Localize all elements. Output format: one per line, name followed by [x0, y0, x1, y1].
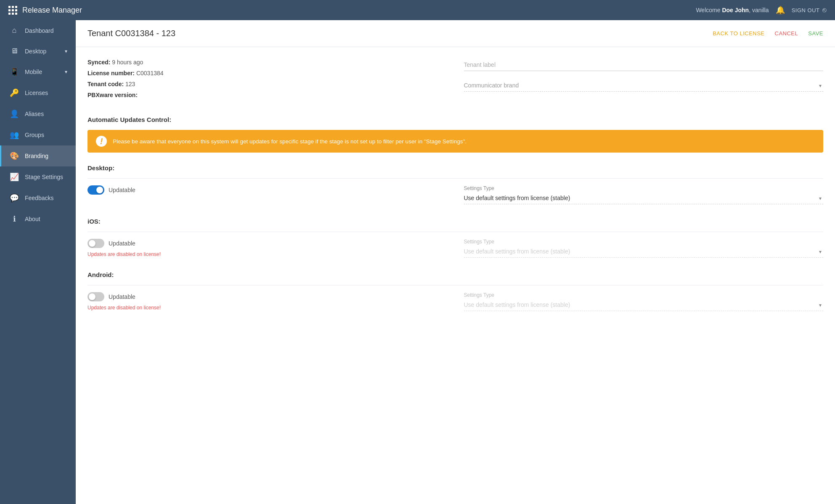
sidebar-label-mobile: Mobile	[25, 69, 59, 75]
sidebar-item-dashboard[interactable]: ⌂ Dashboard	[0, 20, 76, 41]
ios-section: iOS: Updatable Updates are disabl	[87, 218, 823, 258]
desktop-right: Settings Type Use default settings from …	[464, 185, 824, 204]
sidebar-item-stage-settings[interactable]: 📈 Stage Settings	[0, 166, 76, 187]
aliases-icon: 👤	[10, 109, 19, 119]
desktop-icon: 🖥	[10, 47, 19, 55]
sidebar-item-desktop[interactable]: 🖥 Desktop ▾	[0, 41, 76, 61]
sidebar-label-stage-settings: Stage Settings	[25, 174, 67, 180]
back-to-license-button[interactable]: BACK TO LICENSE	[713, 30, 764, 37]
pbxware-version-info: PBXware version:	[87, 92, 447, 98]
sidebar-item-branding[interactable]: 🎨 Branding	[0, 145, 76, 166]
desktop-toggle-row: Updatable	[87, 185, 447, 195]
content-area: Tenant C0031384 - 123 BACK TO LICENSE CA…	[76, 20, 835, 504]
tenant-code-info: Tenant code: 123	[87, 81, 447, 87]
warning-banner: ! Please be aware that everyone on this …	[87, 130, 823, 153]
sign-out-label: SIGN OUT	[792, 7, 820, 13]
chevron-down-icon: ▾	[65, 48, 67, 54]
sidebar-label-feedbacks: Feedbacks	[25, 195, 67, 201]
warning-message: Please be aware that everyone on this sy…	[113, 138, 467, 145]
ios-updatable-toggle[interactable]	[87, 239, 104, 248]
sign-out-button[interactable]: SIGN OUT ⎋	[792, 6, 827, 14]
desktop-updatable-toggle[interactable]	[87, 185, 104, 195]
tenant-code-value: 123	[125, 81, 135, 87]
android-platform-row: Updatable Updates are disabled on licens…	[87, 292, 823, 311]
sidebar-item-groups[interactable]: 👥 Groups	[0, 124, 76, 145]
ios-disabled-note: Updates are disabled on license!	[87, 251, 447, 257]
grid-menu-icon[interactable]	[8, 6, 17, 15]
android-toggle-thumb	[89, 293, 95, 300]
info-right: Communicator brand ▾	[464, 59, 824, 103]
synced-value: 9 hours ago	[112, 59, 143, 66]
sidebar-label-branding: Branding	[25, 153, 67, 159]
top-header: Release Manager Welcome Doe John, vanill…	[0, 0, 835, 20]
android-settings-type-wrapper: Use default settings from license (stabl…	[464, 299, 824, 311]
android-section: Android: Updatable Updates are di	[87, 271, 823, 311]
desktop-heading: Desktop:	[87, 164, 823, 172]
welcome-text: Welcome Doe John, vanilla	[696, 7, 769, 13]
desktop-settings-type-select[interactable]: Use default settings from license (stabl…	[464, 192, 824, 204]
main-layout: ⌂ Dashboard 🖥 Desktop ▾ 📱 Mobile ▾ 🔑 Lic…	[0, 20, 835, 504]
info-section: Synced: 9 hours ago License number: C003…	[87, 59, 823, 103]
android-settings-type-label: Settings Type	[464, 292, 824, 298]
android-updatable-toggle[interactable]	[87, 292, 104, 301]
ios-settings-type-select[interactable]: Use default settings from license (stabl…	[464, 245, 824, 258]
communicator-brand-select[interactable]: Communicator brand	[464, 79, 824, 92]
page-actions: BACK TO LICENSE CANCEL SAVE	[713, 30, 823, 37]
desktop-divider	[87, 178, 823, 179]
auto-updates-heading: Automatic Updates Control:	[87, 116, 823, 123]
licenses-icon: 🔑	[10, 88, 19, 98]
desktop-section: Desktop: Updatable	[87, 164, 823, 204]
ios-divider	[87, 232, 823, 232]
sidebar-label-dashboard: Dashboard	[25, 27, 67, 34]
desktop-left: Updatable	[87, 185, 447, 195]
sidebar-item-licenses[interactable]: 🔑 Licenses	[0, 82, 76, 103]
ios-right: Settings Type Use default settings from …	[464, 239, 824, 258]
communicator-brand-wrapper: Communicator brand ▾	[464, 79, 824, 92]
page-container: Tenant C0031384 - 123 BACK TO LICENSE CA…	[76, 20, 835, 504]
sidebar-item-about[interactable]: ℹ About	[0, 208, 76, 230]
synced-info: Synced: 9 hours ago	[87, 59, 447, 66]
sidebar-label-desktop: Desktop	[25, 48, 59, 55]
ios-settings-type-wrapper: Use default settings from license (stabl…	[464, 245, 824, 258]
desktop-settings-type-label: Settings Type	[464, 185, 824, 191]
android-right: Settings Type Use default settings from …	[464, 292, 824, 311]
about-icon: ℹ	[10, 214, 19, 224]
ios-left: Updatable Updates are disabled on licens…	[87, 239, 447, 257]
ios-toggle-row: Updatable	[87, 239, 447, 248]
android-disabled-note: Updates are disabled on license!	[87, 305, 447, 311]
android-heading: Android:	[87, 271, 823, 278]
save-button[interactable]: SAVE	[808, 30, 823, 37]
branding-icon: 🎨	[10, 151, 19, 161]
android-settings-type-select[interactable]: Use default settings from license (stabl…	[464, 299, 824, 311]
sidebar-item-feedbacks[interactable]: 💬 Feedbacks	[0, 187, 76, 208]
desktop-toggle-thumb	[96, 187, 103, 193]
ios-platform-row: Updatable Updates are disabled on licens…	[87, 239, 823, 258]
page-content: Synced: 9 hours ago License number: C003…	[76, 47, 835, 336]
cancel-button[interactable]: CANCEL	[775, 30, 798, 37]
android-divider	[87, 285, 823, 285]
mobile-icon: 📱	[10, 67, 19, 77]
sidebar: ⌂ Dashboard 🖥 Desktop ▾ 📱 Mobile ▾ 🔑 Lic…	[0, 20, 76, 504]
sidebar-label-licenses: Licenses	[25, 90, 67, 96]
ios-updatable-label: Updatable	[109, 240, 135, 247]
license-number-value: C0031384	[136, 70, 164, 77]
android-toggle-row: Updatable	[87, 292, 447, 301]
chevron-down-icon: ▾	[65, 69, 67, 75]
app-title: Release Manager	[22, 6, 82, 15]
license-number-info: License number: C0031384	[87, 70, 447, 77]
notification-bell-icon[interactable]: 🔔	[776, 5, 785, 15]
groups-icon: 👥	[10, 130, 19, 140]
desktop-settings-type-wrapper: Use default settings from license (stabl…	[464, 192, 824, 204]
header-left: Release Manager	[8, 6, 82, 15]
sidebar-item-mobile[interactable]: 📱 Mobile ▾	[0, 61, 76, 82]
dashboard-icon: ⌂	[10, 26, 19, 35]
sidebar-item-aliases[interactable]: 👤 Aliases	[0, 103, 76, 124]
desktop-updatable-label: Updatable	[109, 187, 135, 193]
header-right: Welcome Doe John, vanilla 🔔 SIGN OUT ⎋	[696, 5, 827, 15]
sign-out-icon: ⎋	[822, 6, 827, 14]
page-header: Tenant C0031384 - 123 BACK TO LICENSE CA…	[76, 20, 835, 47]
tenant-label-input[interactable]	[464, 59, 824, 71]
page-title: Tenant C0031384 - 123	[87, 29, 175, 38]
info-left: Synced: 9 hours ago License number: C003…	[87, 59, 447, 103]
ios-heading: iOS:	[87, 218, 823, 225]
